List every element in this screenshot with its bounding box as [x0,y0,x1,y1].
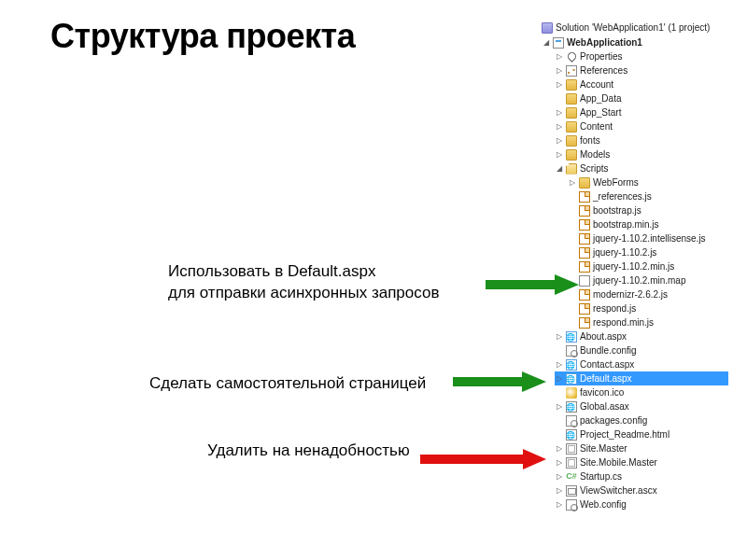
tree-item-jqis[interactable]: jquery-1.10.2.intellisense.js [568,231,728,245]
solution-icon [542,22,553,34]
expander-icon[interactable]: ▷ [555,458,563,467]
expander-icon[interactable]: ▷ [555,150,563,159]
slide-title: Структура проекта [50,17,355,56]
tree-item-contact[interactable]: ▷Contact.aspx [555,357,728,371]
expander-icon[interactable]: ▷ [555,444,563,453]
js-file-icon [579,191,590,203]
tree-item-jqmin[interactable]: jquery-1.10.2.min.js [568,259,728,273]
solution-explorer: Solution 'WebApplication1' (1 project) ◢… [542,21,728,511]
tree-item-properties[interactable]: ▷Properties [555,49,728,63]
folder-icon [579,177,590,189]
tree-item-fonts[interactable]: ▷fonts [555,133,728,147]
references-icon [566,65,577,77]
expander-icon[interactable]: ▷ [555,122,563,131]
tree-item-bundle[interactable]: Bundle.config [555,343,728,357]
tree-item-default[interactable]: ▷Default.aspx [555,371,728,385]
project-label: WebApplication1 [567,35,642,49]
folder-icon [566,149,577,161]
tree-item-modernizr[interactable]: modernizr-2.6.2.js [568,287,728,301]
arrow-default [453,371,546,392]
expander-icon[interactable]: ▷ [555,486,563,495]
config-file-icon [566,499,577,511]
expander-icon[interactable]: ▷ [555,402,563,411]
tree-item-startup[interactable]: ▷C#Startup.cs [555,469,728,483]
tree-item-refjs[interactable]: _references.js [568,189,728,203]
tree-item-sitemaster[interactable]: ▷Site.Master [555,441,728,455]
aspx-file-icon [566,331,577,343]
js-file-icon [579,317,590,329]
expander-icon[interactable]: ▷ [568,178,576,187]
annotation-jquery-line2: для отправки асинхронных запросов [168,283,439,304]
annotation-jquery: Использовать в Default.aspx для отправки… [168,261,439,304]
expander-icon[interactable]: ▷ [555,500,563,509]
project-icon [553,37,564,49]
js-file-icon [579,261,590,273]
expander-icon[interactable]: ▷ [555,108,563,117]
js-file-icon [579,303,590,315]
tree-item-content[interactable]: ▷Content [555,119,728,133]
aspx-file-icon [566,373,577,385]
expander-icon[interactable]: ▷ [555,136,563,145]
solution-label: Solution 'WebApplication1' (1 project) [556,21,710,35]
map-file-icon [579,275,590,287]
tree-item-webforms[interactable]: ▷WebForms [568,175,728,189]
tree-item-bootstrap[interactable]: bootstrap.js [568,203,728,217]
annotation-default: Сделать самостоятельной страницей [149,373,426,395]
annotation-delete: Удалить на ненадобностью [207,441,410,462]
ico-file-icon [566,387,577,399]
folder-icon [566,79,577,91]
tree-item-references[interactable]: ▷References [555,63,728,77]
tree-item-readme[interactable]: Project_Readme.html [555,427,728,441]
expander-icon[interactable] [555,94,563,103]
folder-open-icon [566,163,577,175]
tree-item-appdata[interactable]: App_Data [555,91,728,105]
js-file-icon [579,219,590,231]
expander-icon[interactable]: ◢ [542,38,550,47]
tree-item-respondmin[interactable]: respond.min.js [568,315,728,329]
expander-icon[interactable]: ▷ [555,52,563,61]
tree-item-favicon[interactable]: favicon.ico [555,385,728,399]
tree-item-scripts[interactable]: ◢Scripts [555,161,728,175]
config-file-icon [566,345,577,357]
tree-item-about[interactable]: ▷About.aspx [555,329,728,343]
tree-item-bootstrapmin[interactable]: bootstrap.min.js [568,217,728,231]
expander-icon[interactable]: ◢ [555,164,563,173]
config-file-icon [566,415,577,427]
tree-item-appstart[interactable]: ▷App_Start [555,105,728,119]
js-file-icon [579,247,590,259]
wrench-icon [566,51,577,63]
tree-item-packages[interactable]: packages.config [555,413,728,427]
folder-icon [566,93,577,105]
folder-icon [566,121,577,133]
ascx-file-icon [566,485,577,497]
tree-item-models[interactable]: ▷Models [555,147,728,161]
folder-icon [566,135,577,147]
js-file-icon [579,205,590,217]
html-file-icon [566,429,577,441]
expander-icon[interactable]: ▷ [555,66,563,75]
expander-icon[interactable]: ▷ [555,374,563,383]
project-node[interactable]: ◢ WebApplication1 [542,35,728,49]
expander-icon[interactable]: ▷ [555,332,563,341]
expander-icon[interactable]: ▷ [555,80,563,89]
tree-item-webconfig[interactable]: ▷Web.config [555,497,728,511]
tree-item-global[interactable]: ▷Global.asax [555,399,728,413]
tree-item-viewswitcher[interactable]: ▷ViewSwitcher.ascx [555,483,728,497]
master-file-icon [566,443,577,455]
master-file-icon [566,457,577,469]
tree-item-jqmap[interactable]: jquery-1.10.2.min.map [568,273,728,287]
tree-item-account[interactable]: ▷Account [555,77,728,91]
tree-item-sitemobile[interactable]: ▷Site.Mobile.Master [555,455,728,469]
aspx-file-icon [566,359,577,371]
solution-header[interactable]: Solution 'WebApplication1' (1 project) [542,21,728,35]
expander-icon[interactable]: ▷ [555,360,563,369]
js-file-icon [579,289,590,301]
tree-item-respond[interactable]: respond.js [568,301,728,315]
cs-file-icon: C# [566,471,577,483]
arrow-delete [420,439,546,480]
tree-item-jq[interactable]: jquery-1.10.2.js [568,245,728,259]
expander-icon[interactable]: ▷ [555,472,563,481]
js-file-icon [579,233,590,245]
asax-file-icon [566,401,577,413]
svg-rect-2 [453,377,522,386]
